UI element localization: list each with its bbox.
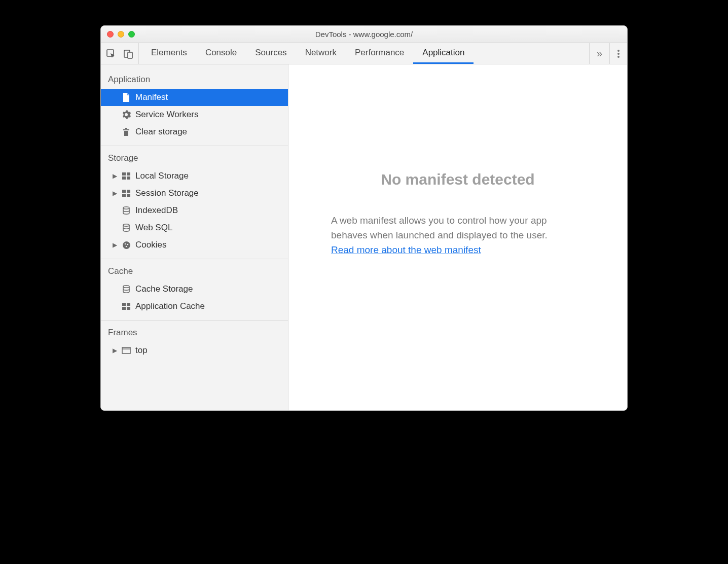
svg-rect-2 [128, 52, 132, 58]
svg-point-20 [123, 286, 129, 288]
manifest-learn-more-link[interactable]: Read more about the web manifest [331, 244, 481, 256]
tab-label: Console [205, 48, 237, 58]
sidebar-item-label: Local Storage [135, 171, 189, 181]
svg-point-19 [125, 245, 127, 247]
kebab-menu-icon [617, 49, 620, 59]
database-icon [121, 206, 131, 215]
svg-rect-7 [127, 172, 130, 175]
sidebar-item-label: Cookies [135, 240, 166, 250]
sidebar-item-label: Manifest [135, 92, 168, 102]
tab-sources[interactable]: Sources [246, 43, 296, 64]
body: Application Manifest Service Workers [101, 64, 627, 410]
tabbar: Elements Console Sources Network Perform… [101, 43, 627, 64]
svg-rect-22 [127, 303, 130, 306]
grid-icon [121, 190, 131, 197]
main-description: A web manifest allows you to control how… [331, 214, 585, 242]
sidebar-item-clear-storage[interactable]: Clear storage [101, 123, 288, 140]
svg-rect-13 [127, 194, 130, 197]
frame-icon [121, 347, 131, 354]
window-title: DevTools - www.google.com/ [101, 30, 627, 39]
svg-point-17 [124, 243, 126, 244]
sidebar-item-label: IndexedDB [135, 205, 178, 216]
gear-icon [121, 110, 131, 119]
cookie-icon [121, 241, 131, 250]
tab-elements[interactable]: Elements [142, 43, 196, 64]
sidebar-item-cache-storage[interactable]: Cache Storage [101, 280, 288, 298]
device-toolbar-icon[interactable] [123, 49, 133, 59]
svg-rect-11 [127, 190, 130, 193]
svg-rect-24 [127, 307, 130, 310]
sidebar-item-cookies[interactable]: ▶ Cookies [101, 236, 288, 254]
sidebar-item-label: Clear storage [135, 127, 187, 137]
svg-rect-23 [122, 307, 126, 310]
svg-rect-10 [122, 190, 126, 193]
disclosure-triangle-icon[interactable]: ▶ [112, 190, 117, 197]
tab-console[interactable]: Console [196, 43, 246, 64]
sidebar: Application Manifest Service Workers [101, 64, 288, 410]
svg-point-4 [617, 53, 620, 55]
sidebar-item-manifest[interactable]: Manifest [101, 89, 288, 106]
sidebar-item-label: Service Workers [135, 110, 198, 120]
svg-point-14 [123, 207, 129, 209]
sidebar-item-label: Cache Storage [135, 284, 193, 294]
svg-point-3 [617, 50, 620, 52]
minimize-button[interactable] [118, 31, 124, 38]
sidebar-item-top-frame[interactable]: ▶ top [101, 342, 288, 359]
tabbar-menu-button[interactable] [609, 43, 627, 64]
main-content: No manifest detected A web manifest allo… [288, 64, 627, 410]
sidebar-item-indexeddb[interactable]: IndexedDB [101, 202, 288, 219]
sidebar-item-label: Session Storage [135, 188, 199, 198]
tabbar-left-icons [101, 43, 139, 64]
maximize-button[interactable] [128, 31, 135, 38]
disclosure-triangle-icon[interactable]: ▶ [112, 347, 117, 354]
sidebar-item-label: top [135, 345, 148, 356]
traffic-lights [101, 31, 135, 38]
sidebar-item-session-storage[interactable]: ▶ Session Storage [101, 185, 288, 202]
tab-application[interactable]: Application [413, 43, 474, 64]
sidebar-item-label: Application Cache [135, 301, 205, 311]
disclosure-triangle-icon[interactable]: ▶ [112, 172, 117, 180]
svg-rect-21 [122, 303, 126, 306]
chevron-double-right-icon: » [597, 48, 602, 59]
main-title: No manifest detected [381, 171, 534, 188]
trash-icon [121, 127, 131, 136]
close-button[interactable] [107, 31, 114, 38]
tab-label: Elements [151, 48, 187, 58]
sidebar-section-application: Application [101, 67, 288, 89]
sidebar-item-label: Web SQL [135, 223, 172, 233]
titlebar: DevTools - www.google.com/ [101, 26, 627, 43]
tab-network[interactable]: Network [296, 43, 346, 64]
tab-label: Application [422, 48, 464, 58]
sidebar-item-application-cache[interactable]: Application Cache [101, 298, 288, 315]
tab-performance[interactable]: Performance [346, 43, 413, 64]
tab-label: Performance [355, 48, 404, 58]
sidebar-item-local-storage[interactable]: ▶ Local Storage [101, 167, 288, 185]
inspect-element-icon[interactable] [106, 49, 116, 59]
disclosure-triangle-icon[interactable]: ▶ [112, 241, 117, 249]
tab-label: Network [305, 48, 337, 58]
svg-rect-8 [122, 177, 126, 180]
svg-rect-6 [122, 172, 126, 175]
tabs-overflow-button[interactable]: » [589, 43, 609, 64]
sidebar-section-cache: Cache [101, 259, 288, 280]
file-icon [121, 93, 131, 102]
sidebar-section-storage: Storage [101, 146, 288, 167]
sidebar-item-websql[interactable]: Web SQL [101, 219, 288, 236]
sidebar-section-frames: Frames [101, 321, 288, 342]
tab-label: Sources [255, 48, 286, 58]
database-icon [121, 224, 131, 232]
svg-point-5 [617, 56, 620, 58]
svg-point-18 [127, 243, 128, 245]
tabs: Elements Console Sources Network Perform… [139, 43, 589, 64]
svg-rect-25 [122, 347, 130, 354]
svg-point-16 [123, 241, 130, 249]
svg-rect-12 [122, 194, 126, 197]
sidebar-item-service-workers[interactable]: Service Workers [101, 106, 288, 123]
database-icon [121, 285, 131, 293]
devtools-window: DevTools - www.google.com/ Elements Cons… [100, 25, 628, 411]
grid-icon [121, 303, 131, 310]
grid-icon [121, 172, 131, 180]
svg-rect-9 [127, 177, 130, 180]
svg-point-15 [123, 224, 129, 226]
